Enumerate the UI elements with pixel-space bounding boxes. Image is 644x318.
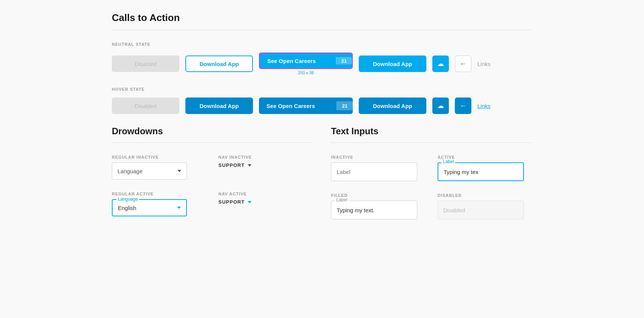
text-inputs-title: Text Inputs [331, 126, 532, 136]
nav-inactive-value: SUPPORT [218, 162, 245, 168]
filled-input[interactable] [331, 201, 417, 219]
disabled-input-label: DISABLED [438, 193, 532, 198]
filled-input-group: FILLED Label [331, 193, 426, 219]
nav-inactive-label: NAV INACTIVE [218, 155, 313, 159]
nav-inactive-group: NAV INACTIVE SUPPORT [218, 155, 313, 180]
bottom-grid: Drowdowns REGULAR INACTIVE Language NAV … [112, 126, 532, 219]
download-icon-button-hover[interactable]: ☁ [432, 98, 449, 114]
active-input[interactable] [438, 162, 524, 181]
disabled-input [438, 201, 524, 219]
cloud-download-icon: ☁ [437, 60, 444, 68]
inactive-input[interactable] [331, 162, 417, 181]
filled-floating-label: Label [335, 197, 349, 202]
careers-button-wrapper: See Open Careers 21 250 x 38 [259, 52, 353, 75]
outline-download-button-hover[interactable]: Download App [185, 98, 253, 114]
dropdowns-section: Drowdowns REGULAR INACTIVE Language NAV … [112, 126, 313, 219]
disabled-input-wrapper [438, 201, 524, 219]
back-arrow-button[interactable]: ← [455, 56, 471, 72]
active-input-wrapper: Label [438, 162, 524, 181]
links-link-neutral[interactable]: Links [477, 61, 491, 67]
careers-badge: 21 [336, 57, 352, 64]
links-link-hover[interactable]: Links [477, 103, 491, 109]
inactive-input-wrapper [331, 162, 417, 181]
inactive-input-label: INACTIVE [331, 155, 426, 159]
see-open-careers-button[interactable]: See Open Careers 21 [259, 52, 353, 69]
careers-btn-text: See Open Careers [267, 58, 316, 64]
nav-active-chevron-icon [248, 201, 251, 203]
outline-download-button[interactable]: Download App [185, 56, 253, 72]
dropdowns-title: Drowdowns [112, 126, 313, 136]
nav-inactive-dropdown[interactable]: SUPPORT [218, 162, 313, 168]
disabled-button-hover: Disabled [112, 98, 179, 114]
regular-inactive-label: REGULAR INACTIVE [112, 155, 206, 159]
careers-btn-text-hover: See Open Careers [266, 103, 315, 109]
chevron-down-icon [178, 170, 181, 172]
active-floating-label: Label [441, 159, 455, 164]
primary-download-button-hover[interactable]: Download App [359, 98, 426, 114]
download-icon-button[interactable]: ☁ [432, 56, 449, 72]
primary-download-button[interactable]: Download App [359, 56, 426, 72]
regular-active-group: REGULAR ACTIVE Language English [112, 192, 206, 216]
nav-chevron-down-icon [248, 164, 251, 166]
hover-state-row: Disabled Download App See Open Careers 2… [112, 98, 532, 114]
disabled-input-group: DISABLED [438, 193, 532, 219]
regular-active-dropdown[interactable]: Language English [112, 199, 187, 216]
active-input-group: ACTIVE Label [438, 155, 532, 181]
careers-badge-hover: 21 [337, 101, 353, 110]
back-arrow-button-hover[interactable]: ← [455, 98, 471, 114]
cloud-download-icon-hover: ☁ [437, 102, 444, 110]
active-chevron-down-icon [177, 207, 181, 209]
text-inputs-section: Text Inputs INACTIVE ACTIVE Label [331, 126, 532, 219]
neutral-state-row: Disabled Download App See Open Careers 2… [112, 52, 532, 75]
section-divider [112, 30, 532, 30]
regular-active-value: English [118, 205, 136, 211]
floating-language-label: Language [116, 196, 139, 202]
nav-active-label: NAV ACTIVE [218, 192, 313, 196]
regular-inactive-dropdown[interactable]: Language [112, 162, 187, 180]
regular-active-label: REGULAR ACTIVE [112, 192, 206, 196]
nav-active-value: SUPPORT [218, 199, 245, 205]
filled-input-wrapper: Label [331, 201, 417, 219]
hover-state-label: HOVER STATE [112, 87, 532, 92]
inputs-grid: INACTIVE ACTIVE Label FILLED [331, 155, 532, 219]
nav-active-dropdown[interactable]: SUPPORT [218, 199, 313, 205]
inactive-input-group: INACTIVE [331, 155, 426, 181]
see-open-careers-button-hover[interactable]: See Open Careers 21 [259, 98, 353, 114]
back-arrow-icon-hover: ← [460, 102, 466, 110]
page-title: Calls to Action [112, 12, 532, 24]
neutral-state-label: NEUTRAL STATE [112, 42, 532, 46]
back-arrow-icon: ← [460, 60, 466, 68]
size-label: 250 x 38 [298, 70, 314, 75]
regular-inactive-value: Language [117, 168, 143, 174]
regular-inactive-group: REGULAR INACTIVE Language [112, 155, 206, 180]
disabled-button-neutral: Disabled [112, 56, 179, 72]
nav-active-group: NAV ACTIVE SUPPORT [218, 192, 313, 216]
text-inputs-divider [331, 142, 532, 143]
dropdowns-divider [112, 142, 313, 143]
dropdown-grid: REGULAR INACTIVE Language NAV INACTIVE S… [112, 155, 313, 216]
